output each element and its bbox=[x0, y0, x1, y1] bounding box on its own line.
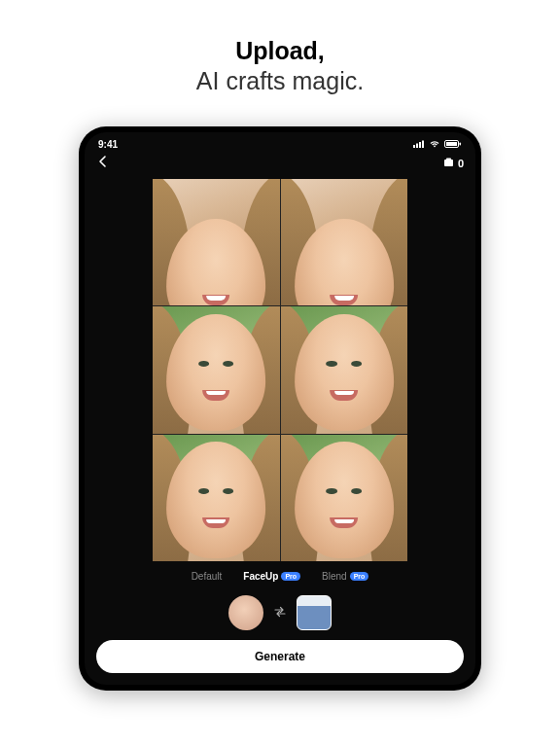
result-cell[interactable] bbox=[153, 306, 280, 434]
svg-rect-6 bbox=[460, 143, 462, 146]
tab-blend[interactable]: Blend Pro bbox=[322, 571, 368, 582]
device-frame: 9:41 0 bbox=[79, 126, 481, 691]
svg-rect-5 bbox=[446, 142, 457, 146]
target-image-thumb[interactable] bbox=[297, 595, 332, 630]
results-area bbox=[85, 175, 475, 562]
headline-sub: AI crafts magic. bbox=[196, 67, 364, 95]
status-time: 9:41 bbox=[98, 139, 118, 150]
result-cell[interactable] bbox=[153, 435, 280, 562]
back-button[interactable] bbox=[96, 155, 110, 172]
tab-default[interactable]: Default bbox=[192, 571, 223, 582]
generate-button[interactable]: Generate bbox=[96, 640, 464, 673]
source-face-thumb[interactable] bbox=[228, 595, 263, 630]
result-cell[interactable] bbox=[281, 179, 408, 306]
app-screen: 9:41 0 bbox=[85, 132, 475, 685]
svg-rect-1 bbox=[416, 144, 418, 149]
result-cell[interactable] bbox=[281, 435, 408, 562]
status-bar: 9:41 bbox=[85, 136, 475, 153]
credits-icon bbox=[443, 158, 455, 169]
headline-bold: Upload, bbox=[196, 37, 364, 65]
signal-icon bbox=[413, 140, 425, 148]
swap-row bbox=[85, 589, 475, 640]
result-cell[interactable] bbox=[153, 179, 280, 306]
svg-rect-3 bbox=[422, 141, 424, 149]
tab-label: Blend bbox=[322, 571, 347, 582]
nav-bar: 0 bbox=[85, 153, 475, 175]
svg-rect-0 bbox=[413, 145, 415, 148]
battery-icon bbox=[444, 140, 462, 148]
wifi-icon bbox=[429, 140, 440, 148]
svg-rect-8 bbox=[446, 159, 451, 161]
tab-label: Default bbox=[192, 571, 223, 582]
svg-rect-2 bbox=[419, 142, 421, 148]
mode-tabs: Default FaceUp Pro Blend Pro bbox=[85, 561, 475, 589]
svg-rect-7 bbox=[444, 160, 453, 166]
marketing-headline: Upload, AI crafts magic. bbox=[196, 37, 364, 95]
tab-faceup[interactable]: FaceUp Pro bbox=[243, 571, 300, 582]
swap-icon bbox=[273, 604, 287, 622]
results-grid bbox=[153, 179, 407, 562]
credits-counter[interactable]: 0 bbox=[443, 158, 464, 169]
pro-badge: Pro bbox=[281, 572, 300, 581]
status-indicators bbox=[413, 140, 462, 148]
result-cell[interactable] bbox=[281, 306, 408, 434]
pro-badge: Pro bbox=[350, 572, 369, 581]
credits-value: 0 bbox=[458, 158, 464, 169]
tab-label: FaceUp bbox=[243, 571, 278, 582]
